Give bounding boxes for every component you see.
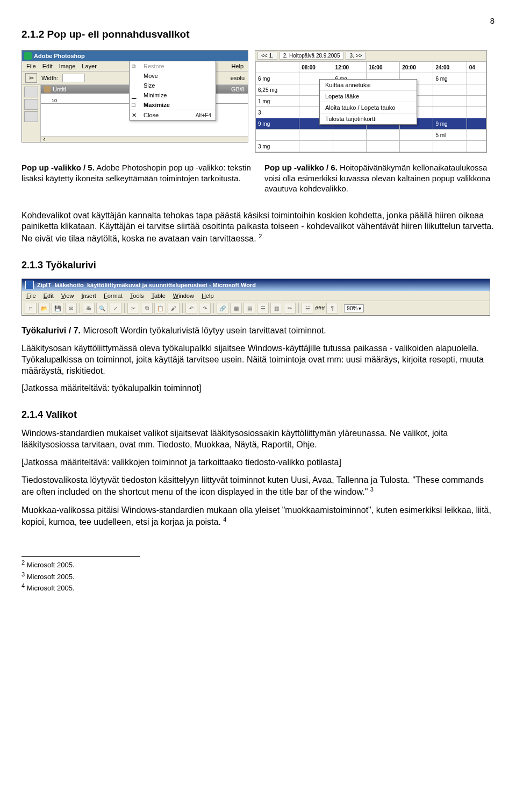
cal-context-menu: Kuittaa annetuksi Lopeta lääke Aloita ta… [319,79,417,125]
menu-help[interactable]: Help [231,63,243,69]
word-titlebar: ZipIT_lääkehoito_käyttöliittymäkuvat ja … [22,279,490,291]
caption-photoshop: Pop up -valikko / 5. Adobe Photoshopin p… [22,162,252,183]
menu-close-label: Close [144,112,159,118]
footnote-3: 3 Microsoft 2005. [22,571,140,582]
menu-edit[interactable]: Edit [42,63,53,69]
copy-icon[interactable]: ⧉ [141,303,153,314]
separator [80,303,80,313]
zoom-value: 90% [347,305,357,311]
word-menubar: File Edit View Insert Format Tools Table… [22,291,490,301]
doc-title-right: GB/8 [231,86,245,92]
ps-context-menu: ⧉ Restore Move Size ▁ Minimize □ Max [129,61,216,120]
minimize-icon: ▁ [132,92,139,98]
tab-active[interactable]: 2. Hoitopäivä 28.9.2005 [280,52,344,60]
cut-icon[interactable]: ✂ [127,303,139,314]
para-valikot-3: Muokkaa-valikossa pitäisi Windows-standa… [22,505,494,529]
footnote-ref-4: 4 [223,516,226,523]
close-icon: ✕ [132,112,139,118]
word-toolbar: □ 📂 💾 ✉ 🖶 🔍 ✓ ✂ ⧉ 📋 🖌 ↶ ↷ 🔗 ▦ ▤ ☰ ▥ ✏ ☱#… [22,301,490,315]
table-row[interactable]: 3 mg [256,141,486,152]
menu-maximize[interactable]: □ Maximize [130,100,216,110]
menu-file[interactable]: File [26,293,36,299]
menu-layer[interactable]: Layer [82,63,97,69]
caption-calendar: Pop up -valikko / 6. Hoitopäivänäkymän k… [264,162,494,194]
width-input[interactable] [62,74,85,82]
print-icon[interactable]: 🖶 [83,303,95,314]
footnote-4: 4 Microsoft 2005. [22,582,140,594]
app-icon [24,52,32,60]
bracket-valikot: [Jatkossa määriteltävä: valikkojen toimi… [22,457,494,468]
menu-image[interactable]: Image [59,63,76,69]
menu-size[interactable]: Size [130,81,216,90]
spellcheck-icon[interactable]: ✓ [110,303,121,314]
table-row[interactable]: 5 ml [256,130,486,141]
para-valikot-2: Tiedostovalikosta löytyvät tiedoston käs… [22,475,494,498]
menu-help[interactable]: Help [202,293,214,299]
menu-edit[interactable]: Edit [44,293,54,299]
excel-icon[interactable]: ☰ [257,303,269,314]
separator [341,303,341,313]
menu-format[interactable]: Format [104,293,123,299]
save-icon[interactable]: 💾 [52,303,63,314]
hyperlink-icon[interactable]: 🔗 [217,303,228,314]
figure-word: ZipIT_lääkehoito_käyttöliittymäkuvat ja … [22,279,490,316]
preview-icon[interactable]: 🔍 [96,303,108,314]
col-1200: 12:00 [333,62,366,73]
columns-icon[interactable]: ▥ [270,303,282,314]
menu-maximize-label: Maximize [144,102,170,108]
separator [182,303,183,313]
tables-icon[interactable]: ▦ [230,303,242,314]
ruler-mark: 10 [52,98,57,103]
doc-icon [44,86,51,92]
paste-icon[interactable]: 📋 [154,303,166,314]
ps-titlebar: Adobe Photoshop [22,51,248,61]
separator [298,303,299,313]
tab-prev[interactable]: << 1. [257,52,277,60]
menu-tools[interactable]: Tools [130,293,144,299]
para-tool: Lääkitysosan käyttöliittymässä oleva työ… [22,343,494,376]
menu-tulosta[interactable]: Tulosta tarjotinkortti [320,113,417,124]
tab-next[interactable]: 3. >> [346,52,366,60]
menu-window[interactable]: Window [173,293,194,299]
drawing-icon[interactable]: ✏ [284,303,296,314]
menu-close[interactable]: ✕ Close Alt+F4 [130,110,216,120]
footnote-ref-3: 3 [370,486,374,493]
menu-restore-label: Restore [144,63,164,69]
show-hide-icon[interactable]: ¶ [326,303,338,314]
menu-minimize[interactable]: ▁ Minimize [130,90,216,100]
menu-tauko[interactable]: Aloita tauko / Lopeta tauko [320,102,417,113]
tool-icon[interactable] [24,87,38,97]
footnote-2: 2 Microsoft 2005. [22,559,140,571]
open-icon[interactable]: 📂 [38,303,50,314]
tool-icon[interactable] [24,99,38,110]
col-2400: 24:00 [433,62,467,73]
ps-toolbox [22,85,41,142]
menu-table[interactable]: Table [151,293,165,299]
menu-restore: ⧉ Restore [130,61,216,71]
menu-close-shortcut: Alt+F4 [196,112,211,118]
redo-icon[interactable]: ↷ [199,303,211,314]
tool-icon[interactable] [24,111,38,122]
menu-file[interactable]: File [26,63,36,69]
insert-table-icon[interactable]: ▤ [243,303,255,314]
mail-icon[interactable]: ✉ [65,303,77,314]
width-label: Width: [41,75,58,81]
menu-lopeta-laake[interactable]: Lopeta lääke [320,90,417,102]
menu-move[interactable]: Move [130,71,216,81]
menu-move-label: Move [144,73,158,79]
docmap-icon[interactable]: ☱ [302,303,313,314]
menu-insert[interactable]: Insert [81,293,96,299]
new-icon[interactable]: □ [25,303,37,314]
format-painter-icon[interactable]: 🖌 [168,303,180,314]
undo-icon[interactable]: ↶ [185,303,197,314]
menu-view[interactable]: View [61,293,74,299]
zoom-selector[interactable]: 90% ▾ [344,304,364,312]
menu-kuittaa[interactable]: Kuittaa annetuksi [320,80,417,90]
crop-tool-icon[interactable]: ✂ [25,73,37,83]
chevron-down-icon: ▾ [359,305,361,311]
restore-icon: ⧉ [132,63,139,69]
caption-row: Pop up -valikko / 5. Adobe Photoshopin p… [22,162,494,201]
para-kohdevalikot: Kohdevalikot ovat käyttäjän kannalta teh… [22,210,494,245]
col-0800: 08:00 [299,62,333,73]
bracket-tool: [Jatkossa määriteltävä: työkalupalkin to… [22,383,494,394]
